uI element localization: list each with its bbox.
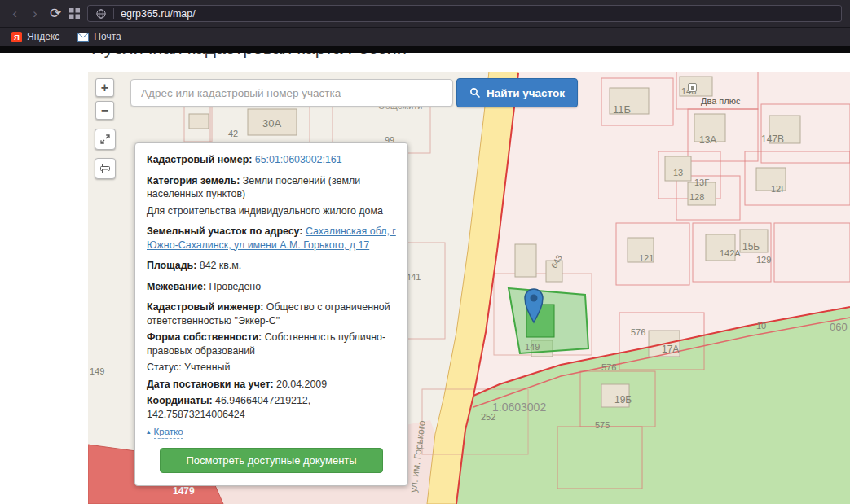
- address-row: Земельный участок по адресу: Сахалинская…: [147, 225, 396, 252]
- back-icon[interactable]: ‹: [8, 7, 21, 20]
- bookmarks-bar: Я Яндекс Почта: [0, 27, 850, 46]
- field-label: Площадь:: [147, 260, 196, 271]
- coordinates-row: Координаты: 46.94664047219212, 142.75873…: [147, 394, 396, 421]
- search-input[interactable]: [130, 79, 453, 107]
- yandex-icon: Я: [11, 32, 22, 42]
- ownership-row: Форма собственности: Собственность публи…: [147, 331, 396, 357]
- zoom-out-button[interactable]: −: [95, 101, 114, 120]
- speed-dial-icon[interactable]: [69, 8, 80, 19]
- print-icon: [99, 163, 111, 174]
- globe-icon: [95, 8, 107, 20]
- documents-button[interactable]: Посмотреть доступные документы: [160, 448, 383, 473]
- zoom-controls: + −: [95, 78, 114, 120]
- status-row: Статус: Учтенный: [147, 361, 396, 375]
- category-row: Категория земель: Земли поселений (земли…: [147, 174, 396, 201]
- field-label: Кадастровый инженер:: [147, 301, 263, 313]
- field-label: Земельный участок по адресу:: [147, 226, 302, 237]
- field-label: Координаты:: [147, 395, 213, 406]
- bookmark-label: Яндекс: [27, 31, 59, 42]
- collapse-label: Кратко: [154, 426, 183, 439]
- field-value: 20.04.2009: [276, 379, 327, 390]
- cadastral-number-row: Кадастровый номер: 65:01:0603002:161: [147, 153, 396, 167]
- field-value: Проведено: [209, 281, 261, 292]
- print-button[interactable]: [95, 158, 116, 179]
- expand-icon: [99, 134, 111, 145]
- find-parcel-label: Найти участок: [487, 87, 565, 99]
- forward-icon[interactable]: ›: [29, 7, 42, 20]
- zoom-in-button[interactable]: +: [95, 78, 114, 97]
- surveying-row: Межевание: Проведено: [147, 280, 396, 294]
- field-label: Кадастровый номер:: [147, 154, 252, 165]
- bookmark-mail[interactable]: Почта: [77, 31, 121, 42]
- reload-icon[interactable]: ⟳: [49, 7, 62, 20]
- field-value: Учтенный: [184, 362, 230, 373]
- field-label: Категория земель:: [147, 175, 240, 186]
- bookmark-label: Почта: [94, 31, 121, 42]
- page-header-strip: [0, 46, 850, 53]
- collapse-link[interactable]: ▴ Кратко: [147, 426, 183, 439]
- area-row: Площадь: 842 кв.м.: [147, 259, 396, 273]
- field-label: Дата постановки на учет:: [147, 379, 274, 390]
- field-label: Форма собственности:: [147, 331, 262, 343]
- browser-chrome: ‹ › ⟳ egrp365.ru/map/: [0, 0, 850, 27]
- field-label: Статус:: [147, 362, 182, 373]
- registration-date-row: Дата постановки на учет: 20.04.2009: [147, 378, 396, 392]
- category-note: Для строительства индивидуального жилого…: [147, 204, 396, 218]
- mail-icon: [77, 33, 89, 42]
- url-text: egrp365.ru/map/: [121, 8, 196, 20]
- field-label: Межевание:: [147, 281, 206, 292]
- engineer-row: Кадастровый инженер: Общество с ограниче…: [147, 300, 396, 327]
- search-icon: [469, 87, 481, 99]
- field-value: 842 кв.м.: [200, 260, 242, 271]
- address-bar[interactable]: egrp365.ru/map/: [87, 5, 842, 22]
- fullscreen-button[interactable]: [95, 129, 116, 150]
- map-canvas[interactable]: Общежити30А429911Б146Два плюс147В13А1313…: [88, 72, 850, 504]
- poi-icon: [688, 83, 697, 92]
- find-parcel-button[interactable]: Найти участок: [456, 78, 578, 107]
- collapse-triangle-icon: ▴: [147, 427, 151, 437]
- address-divider: [113, 8, 114, 19]
- bookmark-yandex[interactable]: Я Яндекс: [11, 31, 59, 42]
- cadastral-number-link[interactable]: 65:01:0603002:161: [255, 154, 342, 165]
- parcel-info-card: Кадастровый номер: 65:01:0603002:161 Кат…: [134, 142, 408, 486]
- field-value: Для строительства индивидуального жилого…: [147, 205, 383, 217]
